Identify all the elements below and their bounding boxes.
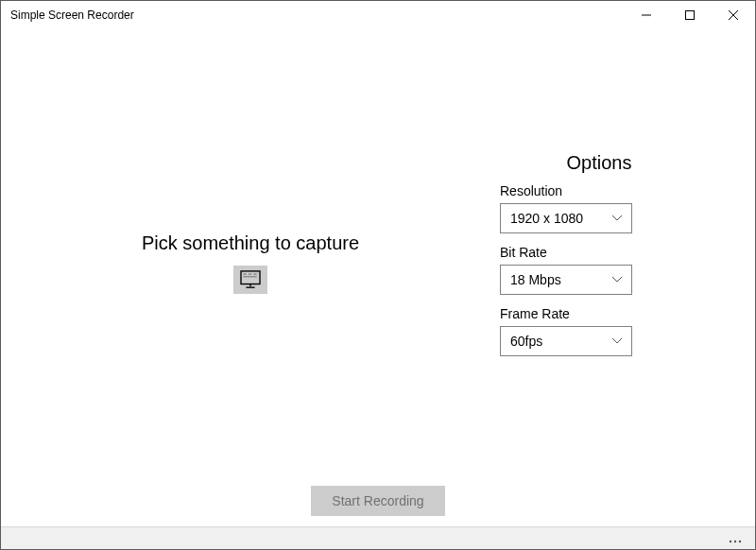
pick-source-button[interactable]: [233, 266, 267, 294]
close-button[interactable]: [712, 1, 755, 29]
chevron-down-icon: [603, 338, 631, 344]
ellipsis-icon: [729, 540, 742, 543]
resolution-value: 1920 x 1080: [510, 211, 603, 226]
capture-panel: Pick something to capture: [1, 29, 500, 549]
resolution-field: Resolution 1920 x 1080: [500, 183, 698, 233]
svg-point-11: [730, 540, 731, 541]
bitrate-field: Bit Rate 18 Mbps: [500, 245, 698, 295]
framerate-label: Frame Rate: [500, 306, 698, 321]
titlebar: Simple Screen Recorder: [1, 1, 755, 29]
framerate-value: 60fps: [510, 334, 603, 349]
framerate-select[interactable]: 60fps: [500, 326, 632, 356]
options-panel: Options Resolution 1920 x 1080 Bit Rate …: [500, 29, 755, 549]
maximize-button[interactable]: [668, 1, 712, 29]
resolution-select[interactable]: 1920 x 1080: [500, 203, 632, 233]
maximize-icon: [685, 10, 695, 20]
more-options-button[interactable]: [729, 530, 742, 547]
window-title: Simple Screen Recorder: [10, 9, 625, 22]
framerate-field: Frame Rate 60fps: [500, 306, 698, 356]
svg-point-13: [739, 540, 741, 541]
capture-heading: Pick something to capture: [142, 232, 359, 254]
minimize-button[interactable]: [625, 1, 668, 29]
options-heading: Options: [533, 152, 665, 174]
close-icon: [729, 10, 738, 20]
bitrate-label: Bit Rate: [500, 245, 698, 260]
bitrate-value: 18 Mbps: [510, 272, 603, 287]
minimize-icon: [642, 10, 651, 20]
svg-rect-4: [241, 271, 260, 284]
svg-rect-1: [686, 11, 695, 20]
app-window: Simple Screen Recorder Pick something to…: [0, 0, 756, 550]
chevron-down-icon: [603, 215, 631, 221]
svg-point-12: [734, 540, 736, 541]
content-area: Pick something to capture Options Resolu…: [1, 29, 755, 549]
chevron-down-icon: [603, 277, 631, 283]
action-bar: Start Recording: [1, 486, 755, 516]
monitor-icon: [240, 270, 261, 289]
bitrate-select[interactable]: 18 Mbps: [500, 265, 632, 295]
start-recording-button[interactable]: Start Recording: [311, 486, 444, 516]
status-bar: [1, 526, 755, 549]
resolution-label: Resolution: [500, 183, 698, 198]
